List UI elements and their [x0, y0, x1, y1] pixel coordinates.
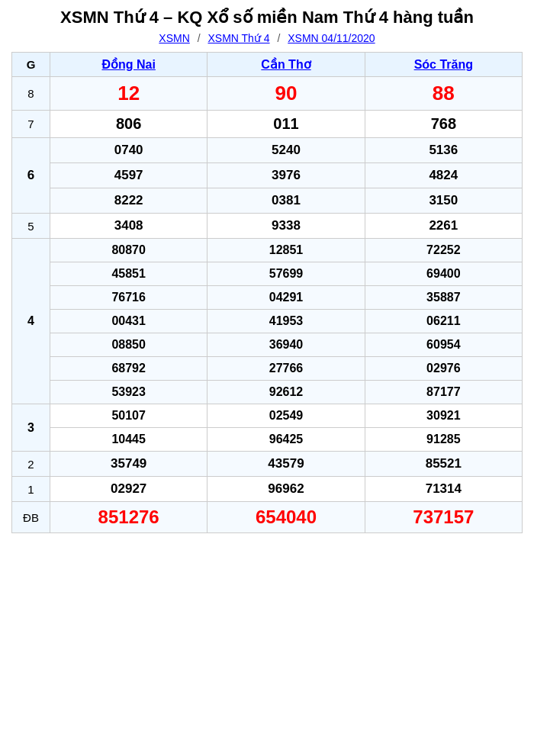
- prize-7-col1: 806: [50, 111, 207, 138]
- prize-7-label: 7: [12, 111, 50, 138]
- prize-6-r3-col1: 8222: [50, 188, 207, 214]
- prize-db-col1: 851276: [50, 502, 207, 533]
- prize-3-r1-col1: 50107: [50, 404, 207, 428]
- prize-4-r3-col3: 35887: [365, 286, 522, 310]
- prize-4-r2-col2: 57699: [207, 262, 365, 286]
- prize-4-r3-col2: 04291: [207, 286, 365, 310]
- prize-7-col2: 011: [207, 111, 365, 138]
- prize-2-label: 2: [12, 452, 50, 477]
- prize-4-r6-col3: 02976: [365, 357, 522, 381]
- prize-4-r7-col2: 92612: [207, 381, 365, 404]
- prize-2-row: 2 35749 43579 85521: [12, 452, 523, 477]
- prize-6-r2-col3: 4824: [365, 163, 522, 188]
- prize-4-row-4: 00431 41953 06211: [12, 310, 523, 333]
- prize-6-row-2: 4597 3976 4824: [12, 163, 523, 188]
- main-title: XSMN Thứ 4 – KQ Xổ số miền Nam Thứ 4 hàn…: [11, 8, 523, 27]
- prize-5-col3: 2261: [365, 214, 522, 239]
- prize-8-col1: 12: [50, 77, 207, 111]
- prize-4-r6-col2: 27766: [207, 357, 365, 381]
- prize-4-r7-col3: 87177: [365, 381, 522, 404]
- prize-6-r3-col3: 3150: [365, 188, 522, 214]
- prize-5-col1: 3408: [50, 214, 207, 239]
- prize-4-r2-col3: 69400: [365, 262, 522, 286]
- prize-4-row-2: 45851 57699 69400: [12, 262, 523, 286]
- prize-4-r1-col2: 12851: [207, 239, 365, 262]
- header-col3: Sóc Trăng: [365, 53, 522, 77]
- prize-4-row-3: 76716 04291 35887: [12, 286, 523, 310]
- prize-4-r7-col1: 53923: [50, 381, 207, 404]
- prize-4-row-5: 08850 36940 60954: [12, 333, 523, 357]
- breadcrumb-xsmn-thu4[interactable]: XSMN Thứ 4: [207, 32, 269, 44]
- prize-4-r5-col3: 60954: [365, 333, 522, 357]
- prize-6-row-3: 8222 0381 3150: [12, 188, 523, 214]
- prize-1-col2: 96962: [207, 477, 365, 502]
- prize-7-row: 7 806 011 768: [12, 111, 523, 138]
- prize-6-r2-col1: 4597: [50, 163, 207, 188]
- prize-2-col2: 43579: [207, 452, 365, 477]
- prize-8-label: 8: [12, 77, 50, 111]
- prize-7-col3: 768: [365, 111, 522, 138]
- prize-6-r2-col2: 3976: [207, 163, 365, 188]
- prize-2-col1: 35749: [50, 452, 207, 477]
- prize-3-row-2: 10445 96425 91285: [12, 428, 523, 452]
- prize-6-row-1: 6 0740 5240 5136: [12, 138, 523, 163]
- prize-8-col3: 88: [365, 77, 522, 111]
- prize-5-label: 5: [12, 214, 50, 239]
- prize-1-row: 1 02927 96962 71314: [12, 477, 523, 502]
- prize-db-row: ĐB 851276 654040 737157: [12, 502, 523, 533]
- breadcrumb-date[interactable]: XSMN 04/11/2020: [288, 32, 375, 44]
- prize-4-r1-col3: 72252: [365, 239, 522, 262]
- prize-4-r1-col1: 80870: [50, 239, 207, 262]
- prize-4-row-1: 4 80870 12851 72252: [12, 239, 523, 262]
- prize-8-row: 8 12 90 88: [12, 77, 523, 111]
- prize-4-row-6: 68792 27766 02976: [12, 357, 523, 381]
- prize-4-r3-col1: 76716: [50, 286, 207, 310]
- prize-db-label: ĐB: [12, 502, 50, 533]
- prize-4-r4-col3: 06211: [365, 310, 522, 333]
- header-g: G: [12, 53, 50, 77]
- prize-8-col2: 90: [207, 77, 365, 111]
- prize-4-r4-col2: 41953: [207, 310, 365, 333]
- header-col2: Cần Thơ: [207, 53, 365, 77]
- prize-1-label: 1: [12, 477, 50, 502]
- page-container: XSMN Thứ 4 – KQ Xổ số miền Nam Thứ 4 hàn…: [0, 0, 534, 541]
- prize-6-r1-col1: 0740: [50, 138, 207, 163]
- prize-6-r1-col3: 5136: [365, 138, 522, 163]
- prize-3-row-1: 3 50107 02549 30921: [12, 404, 523, 428]
- prize-6-r3-col2: 0381: [207, 188, 365, 214]
- prize-4-r5-col1: 08850: [50, 333, 207, 357]
- prize-db-col2: 654040: [207, 502, 365, 533]
- prize-4-r2-col1: 45851: [50, 262, 207, 286]
- prize-3-r2-col2: 96425: [207, 428, 365, 452]
- prize-5-row: 5 3408 9338 2261: [12, 214, 523, 239]
- prize-4-r5-col2: 36940: [207, 333, 365, 357]
- prize-5-col2: 9338: [207, 214, 365, 239]
- breadcrumb: XSMN / XSMN Thứ 4 / XSMN 04/11/2020: [11, 32, 523, 44]
- prize-3-r1-col3: 30921: [365, 404, 522, 428]
- prize-6-r1-col2: 5240: [207, 138, 365, 163]
- prize-3-label: 3: [12, 404, 50, 452]
- breadcrumb-xsmn[interactable]: XSMN: [159, 32, 189, 44]
- header-col1: Đồng Nai: [50, 53, 207, 77]
- prize-3-r1-col2: 02549: [207, 404, 365, 428]
- prize-1-col1: 02927: [50, 477, 207, 502]
- prize-2-col3: 85521: [365, 452, 522, 477]
- prize-3-r2-col3: 91285: [365, 428, 522, 452]
- prize-1-col3: 71314: [365, 477, 522, 502]
- prize-3-r2-col1: 10445: [50, 428, 207, 452]
- prize-4-r6-col1: 68792: [50, 357, 207, 381]
- prize-4-row-7: 53923 92612 87177: [12, 381, 523, 404]
- prize-4-label: 4: [12, 239, 50, 404]
- prize-4-r4-col1: 00431: [50, 310, 207, 333]
- prize-6-label: 6: [12, 138, 50, 214]
- prize-db-col3: 737157: [365, 502, 522, 533]
- results-table: G Đồng Nai Cần Thơ Sóc Trăng 8 12 90 88 …: [11, 52, 523, 533]
